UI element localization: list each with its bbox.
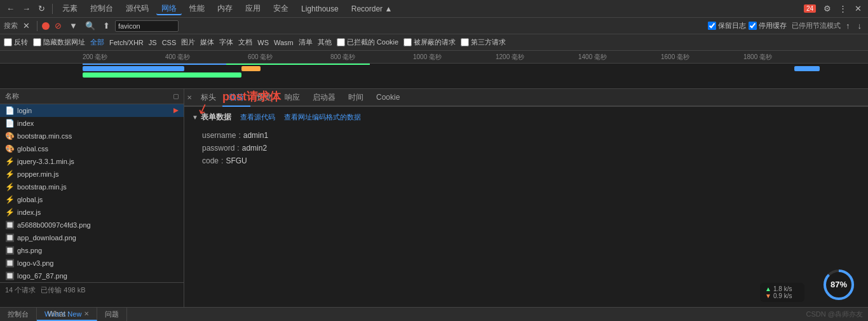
file-name-logo-67: logo_67_87.png <box>17 272 179 280</box>
file-item-jquery[interactable]: ⚡ jquery-3.3.1.min.js <box>0 155 184 168</box>
file-icon-bootstrap-css: 🎨 <box>5 132 15 140</box>
blocked-cookies-check[interactable]: 已拦截的 Cookie <box>337 38 398 47</box>
tab-initiator[interactable]: 启动器 <box>306 90 342 107</box>
top-toolbar: ← → ↻ 元素 控制台 源代码 网络 性能 内存 应用 安全 Lighthou… <box>0 0 868 18</box>
timeline-bar-2 <box>83 72 241 78</box>
more-button[interactable]: ⋮ <box>836 3 850 15</box>
view-encoded-link[interactable]: 查看网址编码格式的数据 <box>284 113 361 122</box>
tab-network[interactable]: 网络 <box>156 2 182 15</box>
search-close-button[interactable]: ✕ <box>20 20 32 32</box>
speed-down-value: 0.9 <box>773 292 782 299</box>
filter-doc[interactable]: 文档 <box>238 38 252 47</box>
filter-css[interactable]: CSS <box>162 39 177 46</box>
filter-clear[interactable]: 清单 <box>299 38 313 47</box>
view-source-link[interactable]: 查看源代码 <box>240 113 275 122</box>
file-name-global-css: global.css <box>17 145 179 153</box>
form-field-username: username : admin1 <box>192 129 860 142</box>
timeline-bar-1 <box>83 66 184 71</box>
file-item-logo-v3[interactable]: 🔲 logo-v3.png <box>0 257 184 270</box>
throttle-down-button[interactable]: ↓ <box>855 20 865 32</box>
filter-font[interactable]: 字体 <box>219 38 233 47</box>
ruler-200: 200 毫秒 <box>83 53 107 62</box>
file-icon-logo-v3: 🔲 <box>5 259 15 268</box>
file-name-global-js: global.js <box>17 196 179 203</box>
clear-button[interactable]: ⊘ <box>52 20 64 32</box>
ruler-1400: 1400 毫秒 <box>578 53 607 62</box>
tab-security[interactable]: 安全 <box>268 2 294 15</box>
file-item-index[interactable]: 📄 index <box>0 117 184 130</box>
file-item-popper[interactable]: ⚡ popper.min.js <box>0 168 184 181</box>
search-icon-button[interactable]: 🔍 <box>83 20 98 32</box>
preserve-log-check[interactable]: 保留日志 <box>708 21 746 31</box>
circular-progress: 87% <box>822 268 855 303</box>
search-input[interactable] <box>115 20 179 32</box>
form-field-code: code : SFGU <box>192 154 860 167</box>
forward-button[interactable]: → <box>20 3 33 15</box>
collapse-triangle-icon[interactable]: ▼ <box>192 114 198 121</box>
filter-other[interactable]: 其他 <box>318 38 332 47</box>
hide-data-check[interactable]: 隐藏数据网址 <box>33 38 85 47</box>
tab-recorder[interactable]: Recorder ▲ <box>346 3 398 15</box>
file-item-logo-67[interactable]: 🔲 logo_67_87.png <box>0 270 184 282</box>
file-icon-logo-67: 🔲 <box>5 271 15 280</box>
filter-js[interactable]: JS <box>149 39 157 46</box>
file-item-index-js[interactable]: ⚡ index.js <box>0 206 184 219</box>
field-value-username: admin1 <box>243 131 268 140</box>
tab-timing[interactable]: 时间 <box>342 90 370 107</box>
filter-bar: 反转 隐藏数据网址 全部 Fetch/XHR JS CSS 图片 媒体 字体 文… <box>0 34 868 51</box>
collapse-icon[interactable] <box>173 94 179 99</box>
filter-wasm[interactable]: Wasm <box>274 39 294 46</box>
blocked-requests-check[interactable]: 被屏蔽的请求 <box>403 38 456 47</box>
tab-headers[interactable]: 标头 <box>194 90 222 107</box>
file-item-global-js[interactable]: ⚡ global.js <box>0 193 184 206</box>
tab-memory[interactable]: 内存 <box>212 2 238 15</box>
speed-up-row: ▲ 1.8 k/s <box>765 285 799 292</box>
settings-button[interactable]: ⚙ <box>821 3 834 15</box>
reverse-check[interactable]: 反转 <box>4 38 28 47</box>
file-item-ghs[interactable]: 🔲 ghs.png <box>0 244 184 257</box>
timeline-top-bar <box>83 64 801 65</box>
tab-console[interactable]: 控制台 <box>85 2 118 15</box>
file-item-bootstrap-css[interactable]: 🎨 bootstrap.min.css <box>0 130 184 142</box>
file-icon-bootstrap-js: ⚡ <box>5 182 15 191</box>
tab-payload[interactable]: 载荷 <box>222 90 250 107</box>
filter-all[interactable]: 全部 <box>90 38 104 47</box>
file-item-login[interactable]: 📄 login <box>0 104 184 117</box>
filter-fetchxhr[interactable]: Fetch/XHR <box>109 39 144 46</box>
file-item-app-download[interactable]: 🔲 app_download.png <box>0 231 184 244</box>
tab-preview[interactable]: 预览 <box>250 90 278 107</box>
tab-response[interactable]: 响应 <box>278 90 306 107</box>
import-icon-button[interactable]: ⬆ <box>100 20 112 32</box>
filter-button[interactable]: ▼ <box>67 20 80 32</box>
tab-lighthouse[interactable]: Lighthouse <box>296 3 344 15</box>
filter-media[interactable]: 媒体 <box>200 38 214 47</box>
speed-up-arrow: ▲ <box>765 285 771 292</box>
search-bar: 搜索 ✕ ⊘ ▼ 🔍 ⬆ 保留日志 停用缓存 已停用节流模式 ↑ ↓ <box>0 18 868 34</box>
reload-button[interactable]: ↻ <box>36 3 48 15</box>
throttle-up-button[interactable]: ↑ <box>843 20 853 32</box>
file-icon-ghs: 🔲 <box>5 246 15 255</box>
file-item-bootstrap-js[interactable]: ⚡ bootstrap.min.js <box>0 181 184 193</box>
file-item-png1[interactable]: 🔲 a5688b00097c4fd3.png <box>0 219 184 231</box>
disable-cache-check[interactable]: 停用缓存 <box>749 21 787 31</box>
form-data-title: 表单数据 <box>201 112 231 123</box>
tab-sources[interactable]: 源代码 <box>121 2 154 15</box>
back-button[interactable]: ← <box>4 3 17 15</box>
filter-img[interactable]: 图片 <box>181 38 195 47</box>
file-item-global-css[interactable]: 🎨 global.css <box>0 142 184 155</box>
record-button[interactable] <box>42 22 50 30</box>
request-count: 14 个请求 <box>5 285 36 295</box>
file-icon-global-css: 🎨 <box>5 144 15 153</box>
file-list-panel: 名称 📄 login 📄 index 🎨 bootstrap.min.css 🎨… <box>0 89 184 307</box>
tab-elements[interactable]: 元素 <box>57 2 83 15</box>
tab-application[interactable]: 应用 <box>240 2 266 15</box>
details-close-button[interactable]: ✕ <box>187 94 192 101</box>
field-colon-code: : <box>221 156 223 165</box>
tab-cookie[interactable]: Cookie <box>370 90 406 106</box>
filter-ws[interactable]: WS <box>257 39 269 46</box>
third-party-check[interactable]: 第三方请求 <box>461 38 506 47</box>
tab-performance[interactable]: 性能 <box>184 2 210 15</box>
speed-down-unit: k/s <box>784 292 792 299</box>
close-devtools-button[interactable]: ✕ <box>852 3 864 15</box>
timeline-bars <box>0 64 868 89</box>
